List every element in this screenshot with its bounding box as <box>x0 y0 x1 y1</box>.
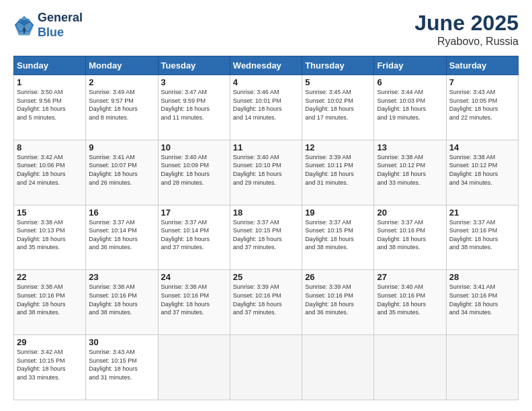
day-number: 28 <box>449 272 515 282</box>
logo-icon <box>13 15 35 36</box>
day-info: Sunrise: 3:42 AMSunset: 10:15 PMDaylight… <box>17 348 83 381</box>
day-info: Sunrise: 3:38 AMSunset: 10:16 PMDaylight… <box>89 283 154 316</box>
day-cell-15: 15Sunrise: 3:38 AMSunset: 10:13 PMDaylig… <box>14 205 86 270</box>
day-number: 12 <box>305 142 371 152</box>
day-cell-24: 24Sunrise: 3:38 AMSunset: 10:16 PMDaylig… <box>158 270 230 335</box>
day-cell-13: 13Sunrise: 3:38 AMSunset: 10:12 PMDaylig… <box>374 140 446 205</box>
day-info: Sunrise: 3:49 AMSunset: 9:57 PMDaylight:… <box>89 88 154 122</box>
day-number: 5 <box>305 77 371 87</box>
main-title: June 2025 <box>414 11 519 36</box>
day-number: 19 <box>305 208 371 218</box>
day-number: 2 <box>89 77 154 87</box>
day-info: Sunrise: 3:41 AMSunset: 10:16 PMDaylight… <box>449 283 515 316</box>
logo: General Blue <box>13 11 83 40</box>
day-cell-12: 12Sunrise: 3:39 AMSunset: 10:11 PMDaylig… <box>302 140 374 205</box>
day-cell-4: 4Sunrise: 3:46 AMSunset: 10:01 PMDayligh… <box>230 75 302 140</box>
day-cell-22: 22Sunrise: 3:38 AMSunset: 10:16 PMDaylig… <box>14 270 86 335</box>
day-cell-25: 25Sunrise: 3:39 AMSunset: 10:16 PMDaylig… <box>230 270 302 335</box>
day-cell-26: 26Sunrise: 3:39 AMSunset: 10:16 PMDaylig… <box>302 270 374 335</box>
page: General Blue June 2025 Ryabovo, Russia S… <box>0 0 532 411</box>
subtitle: Ryabovo, Russia <box>414 36 519 48</box>
day-number: 29 <box>17 337 83 347</box>
header: General Blue June 2025 Ryabovo, Russia <box>13 11 519 48</box>
dow-header-saturday: Saturday <box>446 56 518 75</box>
day-info: Sunrise: 3:50 AMSunset: 9:56 PMDaylight:… <box>17 88 83 122</box>
day-number: 8 <box>17 142 83 152</box>
day-number: 6 <box>377 77 443 87</box>
week-row-1: 1Sunrise: 3:50 AMSunset: 9:56 PMDaylight… <box>14 75 519 140</box>
day-number: 25 <box>233 272 299 282</box>
logo-text: General Blue <box>38 11 83 40</box>
day-info: Sunrise: 3:44 AMSunset: 10:03 PMDaylight… <box>377 88 443 122</box>
day-info: Sunrise: 3:37 AMSunset: 10:16 PMDaylight… <box>377 218 443 252</box>
calendar-body: 1Sunrise: 3:50 AMSunset: 9:56 PMDaylight… <box>14 75 519 400</box>
empty-cell <box>374 335 446 400</box>
day-number: 3 <box>161 77 227 87</box>
day-cell-17: 17Sunrise: 3:37 AMSunset: 10:14 PMDaylig… <box>158 205 230 270</box>
day-info: Sunrise: 3:38 AMSunset: 10:16 PMDaylight… <box>161 283 227 316</box>
day-number: 1 <box>17 77 83 87</box>
day-info: Sunrise: 3:46 AMSunset: 10:01 PMDaylight… <box>233 88 299 122</box>
day-cell-3: 3Sunrise: 3:47 AMSunset: 9:59 PMDaylight… <box>158 75 230 140</box>
dow-header-friday: Friday <box>374 56 446 75</box>
day-info: Sunrise: 3:37 AMSunset: 10:14 PMDaylight… <box>161 218 227 252</box>
day-info: Sunrise: 3:47 AMSunset: 9:59 PMDaylight:… <box>161 88 227 122</box>
day-info: Sunrise: 3:37 AMSunset: 10:16 PMDaylight… <box>449 218 515 252</box>
day-cell-23: 23Sunrise: 3:38 AMSunset: 10:16 PMDaylig… <box>86 270 158 335</box>
dow-header-wednesday: Wednesday <box>230 56 302 75</box>
day-cell-14: 14Sunrise: 3:38 AMSunset: 10:12 PMDaylig… <box>446 140 518 205</box>
day-number: 27 <box>377 272 443 282</box>
day-cell-30: 30Sunrise: 3:43 AMSunset: 10:15 PMDaylig… <box>86 335 158 400</box>
day-number: 14 <box>449 142 515 152</box>
day-number: 26 <box>305 272 371 282</box>
day-cell-5: 5Sunrise: 3:45 AMSunset: 10:02 PMDayligh… <box>302 75 374 140</box>
day-info: Sunrise: 3:43 AMSunset: 10:15 PMDaylight… <box>89 348 154 381</box>
dow-header-monday: Monday <box>86 56 158 75</box>
day-cell-7: 7Sunrise: 3:43 AMSunset: 10:05 PMDayligh… <box>446 75 518 140</box>
day-info: Sunrise: 3:37 AMSunset: 10:15 PMDaylight… <box>233 218 299 252</box>
day-info: Sunrise: 3:38 AMSunset: 10:12 PMDaylight… <box>377 153 443 187</box>
day-cell-28: 28Sunrise: 3:41 AMSunset: 10:16 PMDaylig… <box>446 270 518 335</box>
day-info: Sunrise: 3:37 AMSunset: 10:15 PMDaylight… <box>305 218 371 252</box>
empty-cell <box>446 335 518 400</box>
day-info: Sunrise: 3:42 AMSunset: 10:06 PMDaylight… <box>17 153 83 187</box>
day-cell-20: 20Sunrise: 3:37 AMSunset: 10:16 PMDaylig… <box>374 205 446 270</box>
day-number: 10 <box>161 142 227 152</box>
day-cell-27: 27Sunrise: 3:40 AMSunset: 10:16 PMDaylig… <box>374 270 446 335</box>
day-number: 17 <box>161 208 227 218</box>
day-number: 15 <box>17 208 83 218</box>
title-block: June 2025 Ryabovo, Russia <box>414 11 519 48</box>
day-info: Sunrise: 3:39 AMSunset: 10:16 PMDaylight… <box>233 283 299 316</box>
day-cell-1: 1Sunrise: 3:50 AMSunset: 9:56 PMDaylight… <box>14 75 86 140</box>
calendar-table: SundayMondayTuesdayWednesdayThursdayFrid… <box>13 56 519 400</box>
dow-header-sunday: Sunday <box>14 56 86 75</box>
day-info: Sunrise: 3:37 AMSunset: 10:14 PMDaylight… <box>89 218 154 252</box>
day-cell-29: 29Sunrise: 3:42 AMSunset: 10:15 PMDaylig… <box>14 335 86 400</box>
day-number: 9 <box>89 142 154 152</box>
day-number: 16 <box>89 208 154 218</box>
day-info: Sunrise: 3:40 AMSunset: 10:10 PMDaylight… <box>233 153 299 187</box>
day-info: Sunrise: 3:39 AMSunset: 10:11 PMDaylight… <box>305 153 371 187</box>
logo-general: General <box>38 11 83 26</box>
dow-header-thursday: Thursday <box>302 56 374 75</box>
day-cell-18: 18Sunrise: 3:37 AMSunset: 10:15 PMDaylig… <box>230 205 302 270</box>
week-row-3: 15Sunrise: 3:38 AMSunset: 10:13 PMDaylig… <box>14 205 519 270</box>
day-number: 7 <box>449 77 515 87</box>
day-number: 23 <box>89 272 154 282</box>
day-info: Sunrise: 3:40 AMSunset: 10:16 PMDaylight… <box>377 283 443 316</box>
week-row-2: 8Sunrise: 3:42 AMSunset: 10:06 PMDayligh… <box>14 140 519 205</box>
day-number: 11 <box>233 142 299 152</box>
day-cell-6: 6Sunrise: 3:44 AMSunset: 10:03 PMDayligh… <box>374 75 446 140</box>
day-headers: SundayMondayTuesdayWednesdayThursdayFrid… <box>14 56 519 75</box>
day-info: Sunrise: 3:38 AMSunset: 10:12 PMDaylight… <box>449 153 515 187</box>
empty-cell <box>158 335 230 400</box>
day-info: Sunrise: 3:40 AMSunset: 10:09 PMDaylight… <box>161 153 227 187</box>
day-info: Sunrise: 3:45 AMSunset: 10:02 PMDaylight… <box>305 88 371 122</box>
day-number: 13 <box>377 142 443 152</box>
day-number: 18 <box>233 208 299 218</box>
day-info: Sunrise: 3:41 AMSunset: 10:07 PMDaylight… <box>89 153 154 187</box>
day-cell-8: 8Sunrise: 3:42 AMSunset: 10:06 PMDayligh… <box>14 140 86 205</box>
day-info: Sunrise: 3:43 AMSunset: 10:05 PMDaylight… <box>449 88 515 122</box>
day-number: 22 <box>17 272 83 282</box>
day-cell-11: 11Sunrise: 3:40 AMSunset: 10:10 PMDaylig… <box>230 140 302 205</box>
